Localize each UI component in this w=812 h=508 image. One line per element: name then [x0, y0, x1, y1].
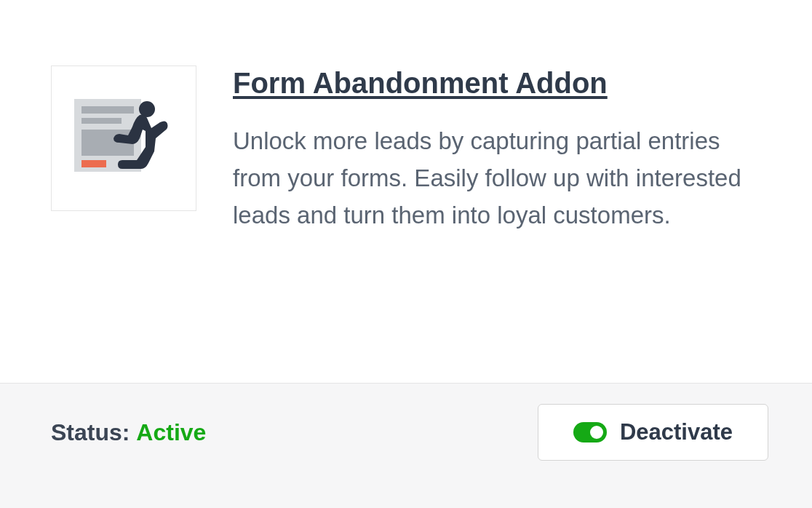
- svg-rect-1: [81, 106, 134, 114]
- svg-rect-4: [81, 160, 106, 167]
- addon-content: Form Abandonment Addon Unlock more leads…: [233, 66, 768, 339]
- svg-point-7: [590, 426, 603, 439]
- status-label: Status:: [51, 419, 136, 445]
- addon-body: Form Abandonment Addon Unlock more leads…: [0, 0, 812, 383]
- toggle-on-icon: [573, 422, 607, 442]
- addon-card: Form Abandonment Addon Unlock more leads…: [0, 0, 812, 508]
- status-wrap: Status: Active: [51, 419, 206, 446]
- addon-footer: Status: Active Deactivate: [0, 383, 812, 508]
- deactivate-button-label: Deactivate: [620, 419, 733, 445]
- svg-rect-2: [81, 118, 122, 124]
- running-person-form-icon: [73, 95, 175, 182]
- deactivate-button[interactable]: Deactivate: [538, 404, 768, 461]
- addon-description: Unlock more leads by capturing partial e…: [233, 122, 768, 234]
- addon-title[interactable]: Form Abandonment Addon: [233, 66, 768, 100]
- status-value: Active: [136, 419, 206, 445]
- addon-icon-box: [51, 66, 196, 211]
